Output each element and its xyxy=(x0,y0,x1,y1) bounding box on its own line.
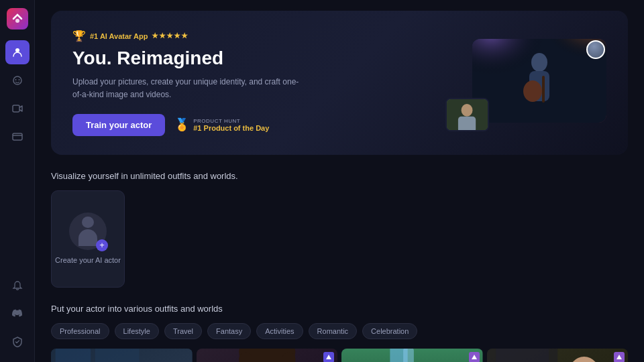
sidebar-item-shield[interactable] xyxy=(5,330,30,354)
svg-point-3 xyxy=(15,79,16,80)
sidebar xyxy=(0,0,35,362)
sidebar-item-video[interactable] xyxy=(5,97,30,121)
star-rating: ★★★★★ xyxy=(152,32,189,40)
hero-thumbnail-small xyxy=(445,98,489,131)
svg-point-2 xyxy=(13,76,21,84)
add-actor-icon[interactable]: + xyxy=(96,239,108,251)
hero-actions: Train your actor 🏅 PRODUCT HUNT #1 Produ… xyxy=(72,114,301,136)
product-hunt-label: PRODUCT HUNT xyxy=(193,118,269,124)
outfit-image-grid xyxy=(51,349,628,362)
hero-main-image xyxy=(472,39,606,123)
actor-section-title: Visualize yourself in unlimited outfits … xyxy=(51,171,628,181)
travel-premium-badge xyxy=(469,352,480,362)
svg-rect-14 xyxy=(542,76,545,103)
svg-point-13 xyxy=(523,80,542,102)
svg-rect-45 xyxy=(496,349,549,362)
crown-icon xyxy=(325,354,332,361)
main-content: 🏆 #1 AI Avatar App ★★★★★ You. Reimagined… xyxy=(35,0,644,362)
grid-item-professional[interactable] xyxy=(51,349,193,362)
hero-description: Upload your pictures, create your unique… xyxy=(72,76,301,101)
hero-left: 🏆 #1 AI Avatar App ★★★★★ You. Reimagined… xyxy=(72,29,301,136)
product-hunt-icon: 🏅 xyxy=(174,117,189,132)
svg-rect-36 xyxy=(403,349,414,362)
actor-section: Visualize yourself in unlimited outfits … xyxy=(51,171,628,288)
svg-rect-21 xyxy=(95,349,140,362)
silhouette-head xyxy=(82,217,94,228)
hero-image-area xyxy=(459,39,606,126)
sidebar-item-card[interactable] xyxy=(5,125,30,149)
svg-marker-52 xyxy=(616,355,622,359)
app-logo[interactable] xyxy=(7,8,28,29)
outfits-section-title: Put your actor into various outfits and … xyxy=(51,304,628,314)
lifestyle-premium-badge xyxy=(323,352,334,362)
travel-image xyxy=(341,349,483,362)
lifestyle-image xyxy=(197,349,338,362)
svg-rect-6 xyxy=(13,133,22,140)
grid-item-lifestyle[interactable] xyxy=(197,349,338,362)
sidebar-item-bell[interactable] xyxy=(5,274,30,298)
sidebar-item-discord[interactable] xyxy=(5,302,30,326)
crown-icon-2 xyxy=(471,354,478,361)
badge-text: #1 AI Avatar App xyxy=(90,32,148,40)
train-actor-button[interactable]: Train your actor xyxy=(72,114,165,136)
product-hunt-value: #1 Product of the Day xyxy=(193,124,269,132)
grid-item-travel[interactable] xyxy=(341,349,483,362)
professional-image xyxy=(51,349,193,362)
svg-marker-33 xyxy=(326,355,331,359)
hero-badge: 🏆 #1 AI Avatar App ★★★★★ xyxy=(72,29,301,42)
svg-rect-17 xyxy=(458,117,476,131)
grid-item-fantasy[interactable] xyxy=(487,349,629,362)
outfits-section: Put your actor into various outfits and … xyxy=(51,304,628,362)
svg-rect-5 xyxy=(13,105,19,112)
thumbnail-image xyxy=(447,98,488,131)
fantasy-image xyxy=(487,349,629,362)
sidebar-item-face[interactable] xyxy=(5,68,30,93)
product-hunt-badge: 🏅 PRODUCT HUNT #1 Product of the Day xyxy=(174,117,269,132)
create-actor-card[interactable]: + Create your AI actor xyxy=(51,190,125,288)
svg-point-16 xyxy=(462,104,473,117)
actor-card-label: Create your AI actor xyxy=(55,255,121,265)
filter-romantic[interactable]: Romantic xyxy=(309,323,357,339)
actor-avatar-placeholder: + xyxy=(69,213,107,250)
filter-lifestyle[interactable]: Lifestyle xyxy=(115,323,159,339)
fantasy-premium-badge xyxy=(614,352,625,362)
svg-point-1 xyxy=(15,48,19,52)
crown-icon-3 xyxy=(616,354,623,361)
hero-banner: 🏆 #1 AI Avatar App ★★★★★ You. Reimagined… xyxy=(51,11,628,155)
filter-travel[interactable]: Travel xyxy=(164,323,202,339)
filter-fantasy[interactable]: Fantasy xyxy=(207,323,251,339)
svg-marker-42 xyxy=(472,355,477,359)
svg-point-11 xyxy=(531,53,547,72)
filter-activities[interactable]: Activities xyxy=(256,323,303,339)
svg-rect-20 xyxy=(56,349,91,362)
filter-professional[interactable]: Professional xyxy=(51,323,109,339)
product-hunt-text: PRODUCT HUNT #1 Product of the Day xyxy=(193,118,269,132)
silhouette-body xyxy=(78,229,97,246)
laurel-left-icon: 🏆 xyxy=(72,29,86,42)
filter-celebration[interactable]: Celebration xyxy=(362,323,417,339)
sidebar-item-user[interactable] xyxy=(5,40,30,64)
filter-tags: Professional Lifestyle Travel Fantasy Ac… xyxy=(51,323,628,339)
svg-point-4 xyxy=(18,79,19,80)
svg-point-0 xyxy=(15,19,19,23)
hero-title: You. Reimagined xyxy=(72,48,301,69)
